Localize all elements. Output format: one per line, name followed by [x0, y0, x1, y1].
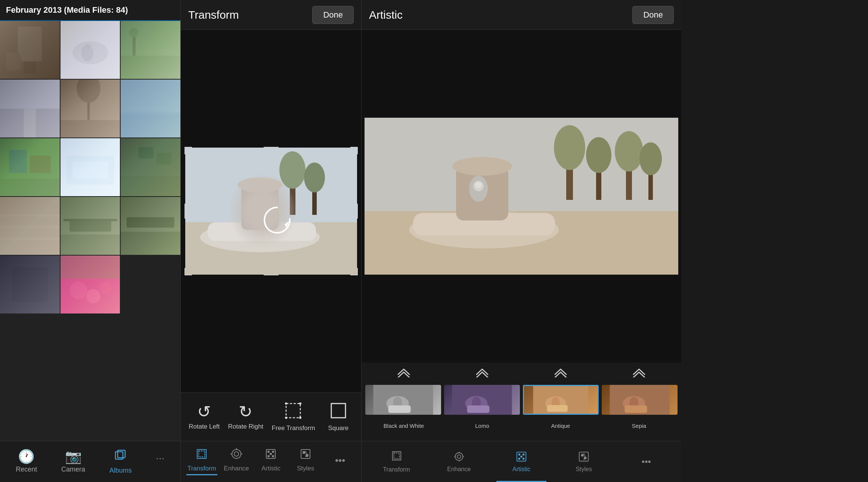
list-item[interactable] — [0, 138, 60, 196]
rotate-right-icon: ↻ — [239, 404, 252, 420]
svg-point-55 — [279, 151, 306, 189]
list-item[interactable] — [61, 80, 120, 138]
filter-antique[interactable] — [523, 385, 599, 415]
art-tab-more[interactable]: ••• — [615, 441, 678, 482]
artistic-done-button[interactable]: Done — [632, 6, 674, 24]
svg-point-74 — [232, 449, 241, 458]
list-item[interactable] — [61, 256, 120, 313]
art-artistic-label: Artistic — [512, 466, 530, 473]
svg-rect-23 — [9, 150, 27, 173]
filter-bw[interactable] — [365, 385, 441, 415]
list-item[interactable] — [0, 256, 60, 313]
tab-more-transform[interactable]: ••• — [323, 454, 357, 469]
antique-chevron[interactable] — [522, 366, 599, 377]
free-transform-tool[interactable]: Free Transform — [272, 402, 315, 432]
list-item[interactable] — [121, 197, 180, 255]
svg-point-130 — [518, 453, 521, 455]
sidebar-item-camera[interactable]: 📷 Camera — [61, 450, 85, 473]
enhance-tab-label: Enhance — [224, 465, 249, 472]
svg-point-82 — [267, 455, 270, 457]
art-more-icon: ••• — [642, 456, 651, 467]
svg-rect-38 — [61, 235, 120, 255]
square-tool[interactable]: Square — [323, 402, 353, 432]
svg-rect-42 — [121, 232, 180, 255]
svg-rect-105 — [365, 118, 678, 275]
camera-icon: 📷 — [65, 450, 82, 463]
sepia-thumb — [602, 385, 678, 415]
rotate-right-tool[interactable]: ↻ Rotate Right — [228, 404, 264, 430]
artistic-filters: Black and White Lomo Antique Sepia — [362, 362, 681, 441]
transform-photo — [185, 148, 357, 275]
artistic-header: Artistic Done — [362, 0, 681, 30]
svg-rect-8 — [121, 56, 180, 79]
filter-lomo[interactable] — [444, 385, 520, 415]
art-tab-artistic[interactable]: Artistic — [490, 441, 552, 482]
art-tab-transform[interactable]: Transform — [365, 441, 428, 482]
svg-point-62 — [238, 177, 282, 192]
lomo-chevron[interactable] — [444, 366, 521, 377]
tab-enhance[interactable]: Enhance — [219, 448, 254, 475]
svg-rect-1 — [18, 27, 42, 62]
svg-point-134 — [520, 455, 523, 458]
artistic-tab-label: Artistic — [261, 465, 280, 472]
artistic-title: Artistic — [369, 9, 403, 21]
svg-rect-45 — [12, 267, 48, 302]
tab-artistic[interactable]: Artistic — [254, 448, 288, 475]
svg-point-10 — [129, 28, 139, 37]
transform-done-button[interactable]: Done — [312, 6, 354, 24]
filter-thumbs-row — [362, 381, 681, 418]
sidebar-item-albums[interactable]: Albums — [109, 449, 132, 475]
recent-label: Recent — [16, 466, 37, 473]
svg-point-49 — [99, 282, 111, 293]
svg-rect-31 — [156, 153, 171, 164]
transform-title: Transform — [188, 9, 239, 21]
rotate-left-tool[interactable]: ↺ Rotate Left — [189, 404, 220, 430]
svg-rect-25 — [0, 179, 60, 197]
albums-icon — [114, 449, 127, 464]
sepia-chevron[interactable] — [601, 366, 678, 377]
svg-rect-3 — [6, 53, 21, 70]
tab-styles[interactable]: Styles — [288, 448, 323, 475]
transform-bottom-tabs: Transform Enhance — [181, 441, 361, 482]
svg-point-81 — [272, 451, 274, 453]
list-item[interactable] — [61, 197, 120, 255]
svg-point-123 — [455, 452, 463, 460]
transform-panel: Transform Done — [181, 0, 362, 482]
bw-chevron[interactable] — [365, 366, 442, 377]
styles-tab-label: Styles — [297, 465, 314, 472]
list-item[interactable] — [61, 21, 120, 79]
artistic-tab-icon — [265, 448, 277, 463]
svg-rect-113 — [467, 405, 490, 413]
list-item[interactable] — [121, 80, 180, 138]
svg-rect-28 — [72, 161, 108, 179]
list-item[interactable] — [0, 197, 60, 255]
svg-point-6 — [81, 44, 93, 62]
svg-point-47 — [69, 281, 87, 299]
art-tab-enhance[interactable]: Enhance — [428, 441, 490, 482]
list-item[interactable] — [0, 80, 60, 138]
svg-point-124 — [457, 455, 461, 458]
filter-sepia[interactable] — [602, 385, 678, 415]
svg-rect-34 — [0, 214, 60, 217]
free-transform-label: Free Transform — [272, 424, 315, 432]
camera-label: Camera — [61, 466, 85, 473]
tab-transform[interactable]: Transform — [185, 448, 219, 475]
list-item[interactable] — [121, 21, 180, 79]
list-item[interactable] — [61, 138, 120, 196]
more-button[interactable]: ··· — [156, 452, 164, 472]
free-transform-icon — [285, 402, 302, 421]
filter-names-row: Black and White Lomo Antique Sepia — [362, 418, 681, 433]
sidebar-item-recent[interactable]: 🕐 Recent — [16, 450, 37, 473]
art-enhance-label: Enhance — [447, 466, 471, 473]
list-item[interactable] — [0, 21, 60, 79]
rotate-right-label: Rotate Right — [228, 423, 264, 430]
list-item[interactable] — [121, 138, 180, 196]
art-tab-styles[interactable]: Styles — [553, 441, 615, 482]
gallery-title: February 2013 (Media Files: 84) — [6, 5, 128, 15]
svg-point-86 — [303, 451, 306, 454]
transform-tab-icon — [196, 448, 208, 463]
bw-thumb — [365, 385, 441, 415]
svg-point-84 — [270, 453, 272, 455]
svg-rect-30 — [139, 147, 154, 158]
svg-rect-39 — [69, 220, 111, 232]
